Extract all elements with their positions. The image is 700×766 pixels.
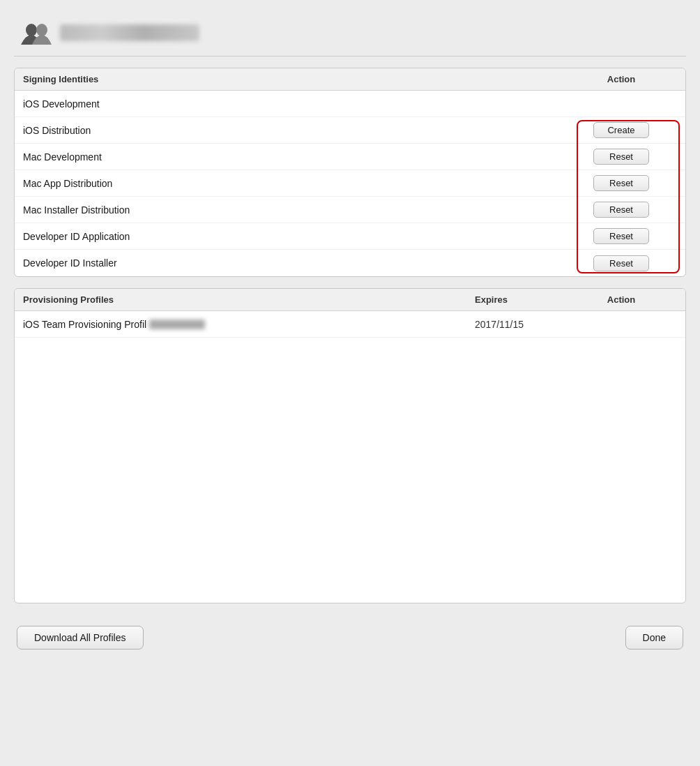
reset-button-mac-installer-dist[interactable]: Reset <box>593 202 649 218</box>
provisioning-profiles-section: Provisioning Profiles Expires Action iOS… <box>14 288 686 603</box>
identity-label: Mac Installer Distribution <box>23 204 565 216</box>
download-all-profiles-button[interactable]: Download All Profiles <box>17 626 144 649</box>
profiles-action-col-header: Action <box>565 294 677 305</box>
table-row: Mac Installer Distribution Reset <box>15 197 685 223</box>
signing-table-header: Signing Identities Action <box>15 68 685 91</box>
svg-point-0 <box>26 24 37 36</box>
reset-button-dev-id-installer[interactable]: Reset <box>593 255 649 271</box>
identity-label: iOS Distribution <box>23 125 565 136</box>
reset-button-mac-dev[interactable]: Reset <box>593 149 649 165</box>
profile-name-blur <box>149 320 205 329</box>
signing-identities-col-header: Signing Identities <box>23 74 565 84</box>
profile-name: iOS Team Provisioning Profil <box>23 319 475 330</box>
team-icon <box>21 21 52 45</box>
action-cell: Create <box>565 122 677 138</box>
identity-label: Developer ID Installer <box>23 257 565 269</box>
identity-label: Mac Development <box>23 151 565 163</box>
profiles-expires-col-header: Expires <box>475 294 565 305</box>
action-cell: Reset <box>565 255 677 271</box>
table-row: Developer ID Application Reset <box>15 223 685 250</box>
profile-expires: 2017/11/15 <box>475 319 565 330</box>
create-button[interactable]: Create <box>593 122 649 138</box>
table-row: iOS Distribution Create <box>15 117 685 144</box>
table-row: Developer ID Installer Reset <box>15 250 685 276</box>
table-row: iOS Development <box>15 91 685 117</box>
table-row: Mac App Distribution Reset <box>15 170 685 197</box>
table-row: iOS Team Provisioning Profil 2017/11/15 <box>15 311 685 338</box>
action-cell: Reset <box>565 202 677 218</box>
identity-label: Developer ID Application <box>23 231 565 242</box>
footer: Download All Profiles Done <box>14 615 686 652</box>
profiles-name-col-header: Provisioning Profiles <box>23 294 475 305</box>
svg-point-1 <box>36 24 47 36</box>
signing-action-col-header: Action <box>565 74 677 84</box>
reset-button-dev-id-app[interactable]: Reset <box>593 228 649 244</box>
header <box>14 14 686 57</box>
signing-identities-section: Signing Identities Action iOS Developmen… <box>14 68 686 277</box>
identity-label: iOS Development <box>23 98 565 110</box>
profiles-table-header: Provisioning Profiles Expires Action <box>15 289 685 311</box>
action-cell: Reset <box>565 149 677 165</box>
empty-profiles-area <box>15 338 685 603</box>
reset-button-mac-app-dist[interactable]: Reset <box>593 175 649 191</box>
action-cell: Reset <box>565 228 677 244</box>
table-row: Mac Development Reset <box>15 144 685 170</box>
header-title <box>60 24 199 41</box>
action-cell: Reset <box>565 175 677 191</box>
identity-label: Mac App Distribution <box>23 178 565 189</box>
done-button[interactable]: Done <box>625 626 683 649</box>
